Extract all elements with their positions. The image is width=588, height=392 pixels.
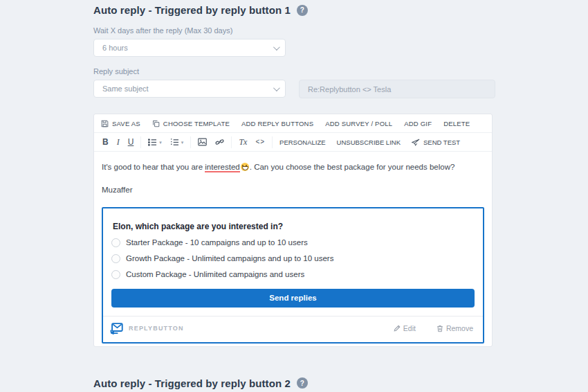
subject-mode-value: Same subject: [102, 84, 149, 93]
radio-icon: [111, 254, 120, 263]
section2: Auto reply - Triggered by reply button 2…: [93, 377, 495, 392]
paper-plane-icon: [412, 139, 420, 146]
editor-action-toolbar: SAVE AS CHOOSE TEMPLATE ADD REPLY BUTTON…: [94, 114, 492, 133]
reply-subject-label: Reply subject: [93, 67, 495, 75]
brand-name: REPLYBUTTON: [129, 325, 184, 332]
help-icon[interactable]: ?: [297, 377, 308, 389]
package-option-row: Starter Package - 10 campaigns and up to…: [111, 238, 475, 247]
widget-footer: REPLYBUTTON Edit: [103, 316, 483, 342]
email-body[interactable]: It's good to hear that you are intereste…: [94, 152, 492, 346]
add-reply-buttons-button[interactable]: ADD REPLY BUTTONS: [241, 120, 313, 127]
editor-format-toolbar: B I U ▾: [94, 133, 492, 152]
wait-days-select[interactable]: 6 hours: [93, 39, 286, 57]
chevron-down-icon: [273, 84, 280, 91]
section1-title: Auto reply - Triggered by reply button 1: [93, 4, 291, 16]
clear-formatting-button[interactable]: Tx: [239, 138, 247, 146]
package-option-row: Growth Package - Unlimited campaigns and…: [111, 254, 475, 263]
bullet-list-button[interactable]: ▾: [148, 139, 162, 146]
replybutton-logo-icon: [110, 323, 123, 335]
numbered-list-button[interactable]: ▾: [170, 139, 184, 146]
help-icon[interactable]: ?: [297, 5, 308, 16]
copy-icon: [152, 120, 160, 127]
save-icon: [101, 120, 109, 127]
edit-widget-button[interactable]: Edit: [394, 324, 416, 332]
choose-template-button[interactable]: CHOOSE TEMPLATE: [152, 120, 230, 127]
personalize-button[interactable]: PERSONALIZE: [279, 139, 326, 146]
section2-title: Auto reply - Triggered by reply button 2: [93, 377, 291, 389]
signature: Muzaffer: [102, 184, 484, 196]
subject-preview-field: Re:Replybutton <> Tesla: [299, 80, 495, 98]
reply-buttons-widget[interactable]: Elon, which package are you interested i…: [102, 207, 484, 344]
package-option-row: Custom Package - Unlimited campaigns and…: [111, 270, 475, 279]
auto-reply-settings-page: Auto reply - Triggered by reply button 1…: [0, 0, 588, 392]
insert-group: [191, 136, 232, 148]
body-paragraph: It's good to hear that you are intereste…: [102, 161, 484, 173]
chevron-down-icon: ▾: [181, 140, 184, 145]
remove-widget-button[interactable]: Remove: [437, 324, 473, 332]
underline-button[interactable]: U: [128, 138, 134, 146]
wait-days-label: Wait X days after the reply (Max 30 days…: [93, 26, 495, 35]
link-icon[interactable]: [215, 138, 224, 146]
subject-row: Same subject Re:Replybutton <> Tesla: [93, 75, 495, 98]
subject-mode-select[interactable]: Same subject: [93, 80, 286, 98]
grinning-emoji-icon: [241, 163, 249, 171]
widget-question: Elon, which package are you interested i…: [113, 222, 475, 231]
section1-header: Auto reply - Triggered by reply button 1…: [93, 4, 495, 16]
bold-button[interactable]: B: [102, 138, 109, 146]
delete-button[interactable]: DELETE: [443, 120, 470, 127]
replybutton-brand: REPLYBUTTON: [110, 323, 184, 335]
email-editor: SAVE AS CHOOSE TEMPLATE ADD REPLY BUTTON…: [93, 114, 493, 347]
chevron-down-icon: [273, 44, 280, 51]
send-test-button[interactable]: SEND TEST: [412, 139, 460, 146]
pencil-icon: [394, 325, 401, 332]
source-code-button[interactable]: <>: [255, 139, 265, 145]
code-group: Tx <>: [232, 136, 273, 148]
radio-icon: [111, 238, 120, 247]
chevron-down-icon: ▾: [159, 140, 162, 145]
extra-actions-group: PERSONALIZE UNSUBSCRIBE LINK SEND TEST: [273, 139, 460, 146]
trash-icon: [437, 325, 443, 332]
add-survey-poll-button[interactable]: ADD SURVEY / POLL: [325, 120, 392, 127]
misspelled-word: interested: [205, 163, 240, 172]
text-style-group: B I U: [101, 136, 141, 148]
add-gif-button[interactable]: ADD GIF: [404, 120, 432, 127]
insert-image-button[interactable]: [198, 138, 207, 146]
radio-icon: [111, 270, 120, 279]
send-replies-button: Send replies: [111, 289, 475, 308]
widget-actions: Edit Remove: [394, 324, 473, 332]
save-as-button[interactable]: SAVE AS: [101, 120, 140, 127]
list-group: ▾ ▾: [141, 136, 191, 148]
unsubscribe-link-button[interactable]: UNSUBSCRIBE LINK: [337, 139, 401, 146]
section2-header: Auto reply - Triggered by reply button 2…: [93, 377, 495, 389]
content-column: Auto reply - Triggered by reply button 1…: [93, 0, 495, 392]
wait-days-value: 6 hours: [102, 44, 128, 52]
italic-button[interactable]: I: [117, 138, 120, 146]
